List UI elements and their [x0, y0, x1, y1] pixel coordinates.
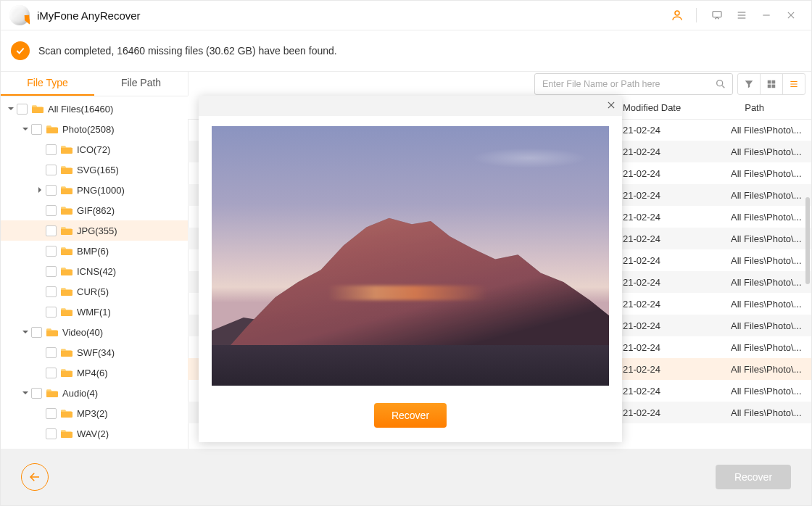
tree-node[interactable]: CUR(5)	[1, 281, 188, 302]
tree-node[interactable]: Video(40)	[1, 322, 188, 342]
twisty-placeholder	[34, 367, 46, 378]
twisty-placeholder	[34, 306, 46, 318]
cell-path: All Files\Photo\...	[731, 168, 807, 179]
svg-rect-11	[772, 80, 776, 84]
tree-node[interactable]: ICO(72)	[1, 139, 188, 159]
tree-node-label: PNG(1000)	[77, 185, 125, 196]
checkbox[interactable]	[31, 124, 42, 135]
tree-node[interactable]: All Files(16460)	[1, 99, 188, 119]
twisty-icon[interactable]	[20, 123, 31, 135]
tree-node[interactable]: MP4(6)	[1, 362, 188, 383]
svg-point-8	[717, 80, 723, 86]
tree-node[interactable]: SVG(165)	[1, 159, 188, 180]
tree-node[interactable]: BMP(6)	[1, 241, 188, 261]
account-icon[interactable]	[666, 4, 689, 27]
cell-date: 21-02-24	[623, 125, 660, 136]
folder-icon	[61, 347, 72, 357]
checkbox[interactable]	[46, 266, 57, 277]
filter-icon[interactable]	[738, 74, 760, 94]
back-button[interactable]	[21, 463, 49, 491]
preview-recover-button[interactable]: Recover	[374, 403, 447, 428]
tree-node[interactable]: Audio(4)	[1, 383, 188, 403]
checkbox[interactable]	[46, 307, 57, 318]
tree-node[interactable]: GIF(862)	[1, 200, 188, 220]
tree-node[interactable]: Document(4056)	[1, 444, 188, 449]
checkbox[interactable]	[46, 428, 57, 439]
scroll-thumb[interactable]	[805, 197, 810, 284]
minimize-icon[interactable]	[755, 4, 778, 27]
footer: Recover	[1, 449, 811, 505]
cell-date: 21-02-24	[623, 386, 660, 397]
sidebar-tabs: File Type File Path	[1, 71, 188, 96]
tree-node[interactable]: PNG(1000)	[1, 180, 188, 200]
cell-path: All Files\Photo\...	[731, 125, 807, 136]
cell-date: 21-02-24	[623, 277, 660, 288]
checkbox[interactable]	[46, 368, 57, 378]
file-tree: All Files(16460)Photo(2508)ICO(72)SVG(16…	[1, 96, 188, 449]
tree-node[interactable]: SWF(34)	[1, 342, 188, 362]
checkbox[interactable]	[46, 286, 57, 297]
status-bar: Scan completed, 16460 missing files (30.…	[1, 30, 811, 72]
list-view-icon[interactable]	[782, 74, 805, 94]
checkbox[interactable]	[46, 408, 57, 419]
scrollbar[interactable]	[804, 117, 811, 447]
twisty-icon[interactable]	[5, 103, 17, 115]
tree-node[interactable]: WAV(2)	[1, 423, 188, 444]
tree-node-label: ICNS(42)	[77, 266, 116, 277]
preview-close-icon[interactable]	[606, 100, 616, 112]
cell-path: All Files\Photo\...	[731, 342, 807, 353]
twisty-icon[interactable]	[34, 184, 46, 196]
recover-button-footer[interactable]: Recover	[716, 465, 791, 489]
checkbox[interactable]	[46, 205, 57, 216]
folder-icon	[61, 246, 72, 256]
feedback-icon[interactable]	[705, 4, 729, 27]
column-path[interactable]: Path	[745, 102, 764, 113]
sidebar: All Files(16460)Photo(2508)ICO(72)SVG(16…	[1, 96, 188, 449]
tree-node-label: WMF(1)	[77, 307, 111, 318]
tree-node-label: GIF(862)	[77, 205, 115, 216]
menu-icon[interactable]	[730, 4, 753, 27]
tree-node[interactable]: ICNS(42)	[1, 261, 188, 281]
tree-node-label: SWF(34)	[77, 347, 115, 358]
grid-view-icon[interactable]	[760, 74, 782, 94]
cell-date: 21-02-24	[623, 233, 660, 244]
checkbox[interactable]	[31, 388, 42, 399]
cell-date: 21-02-24	[623, 190, 660, 201]
twisty-icon[interactable]	[20, 326, 31, 338]
checkbox[interactable]	[46, 165, 57, 175]
preview-image-area	[199, 116, 622, 389]
column-modified-date[interactable]: Modified Date	[623, 102, 681, 113]
search-box[interactable]	[534, 73, 733, 95]
tree-node-label: BMP(6)	[77, 246, 109, 257]
checkbox[interactable]	[31, 327, 42, 338]
checkbox[interactable]	[46, 347, 57, 358]
tree-node-label: ICO(72)	[77, 144, 110, 155]
twisty-icon[interactable]	[20, 387, 31, 399]
app-title: iMyFone AnyRecover	[37, 9, 141, 22]
checkbox[interactable]	[46, 144, 57, 155]
svg-rect-1	[713, 12, 721, 17]
search-icon[interactable]	[715, 78, 726, 90]
twisty-placeholder	[34, 428, 46, 439]
close-icon[interactable]	[779, 4, 803, 27]
tree-node-label: MP3(2)	[77, 408, 108, 419]
twisty-placeholder	[34, 245, 46, 257]
tree-node[interactable]: WMF(1)	[1, 302, 188, 322]
checkbox[interactable]	[46, 185, 57, 196]
search-input[interactable]	[541, 78, 715, 90]
checkbox[interactable]	[17, 104, 28, 115]
tree-node[interactable]: Photo(2508)	[1, 119, 188, 139]
cell-path: All Files\Photo\...	[731, 407, 807, 418]
app-logo	[9, 5, 30, 25]
tree-node[interactable]: JPG(355)	[1, 220, 188, 241]
svg-rect-12	[768, 85, 771, 88]
checkbox[interactable]	[46, 246, 57, 257]
cell-path: All Files\Photo\...	[731, 320, 807, 331]
checkbox[interactable]	[46, 225, 57, 236]
tree-node[interactable]: MP3(2)	[1, 403, 188, 423]
folder-icon	[61, 368, 72, 378]
tab-file-path[interactable]: File Path	[94, 71, 188, 96]
tab-file-type[interactable]: File Type	[1, 71, 94, 96]
twisty-placeholder	[34, 164, 46, 175]
cell-date: 21-02-24	[623, 364, 660, 375]
